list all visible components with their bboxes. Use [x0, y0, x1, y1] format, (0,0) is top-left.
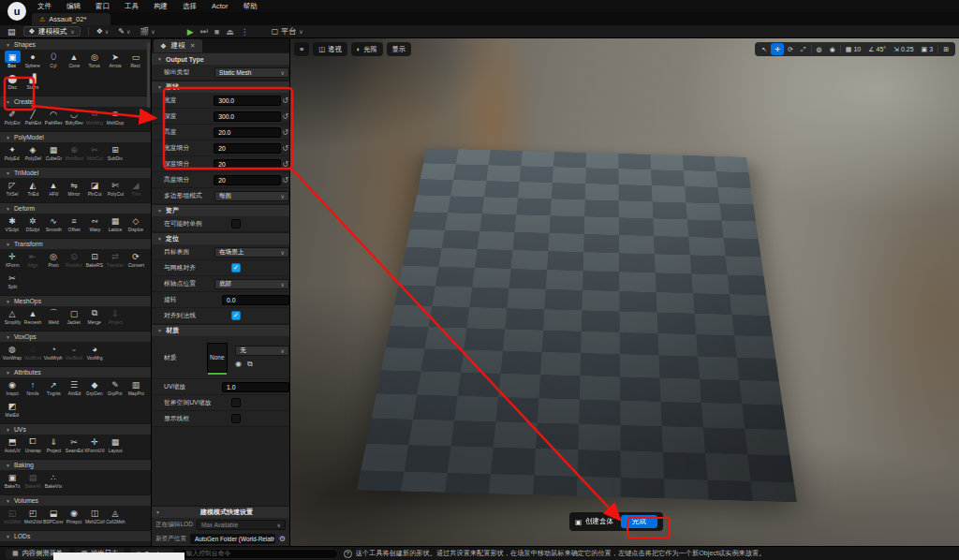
play-options-button[interactable]: ⋮	[241, 27, 249, 37]
palette-section-trimodel[interactable]: ▼TriModel	[0, 167, 151, 178]
reset-to-default-icon[interactable]: ↺	[281, 144, 289, 153]
tool-pivotact[interactable]: ⊙PivotAct	[64, 250, 84, 272]
tool-layout[interactable]: ▦Layout	[105, 435, 125, 457]
tool-trim[interactable]: ◢Trim	[125, 179, 146, 200]
tool-mshdup[interactable]: ⧈MshDup	[105, 108, 125, 129]
platform-dropdown[interactable]: ▢ 平台 ∨	[272, 26, 303, 37]
tool-merge[interactable]: ⧉Merge	[84, 307, 105, 329]
content-drawer-peek[interactable]	[53, 553, 184, 560]
tool-disc[interactable]: ⬤Disc	[2, 72, 22, 94]
palette-section-polymodel[interactable]: ▼PolyModel	[0, 131, 151, 142]
palette-section-transform[interactable]: ▼Transform	[0, 238, 151, 249]
tool-bakeall[interactable]: ▤BakeAll	[22, 471, 43, 493]
scale-snap[interactable]: ⇲0.25	[890, 43, 918, 55]
angle-snap[interactable]: ∠45°	[864, 43, 890, 55]
tool-convert[interactable]: ⟳Convert	[125, 250, 146, 272]
tool-voxmrg[interactable]: ◕VoxMrg	[84, 343, 105, 364]
tool-tngnts[interactable]: ↗Tngnts	[43, 378, 64, 400]
finish-button[interactable]: 完成	[621, 515, 657, 528]
move-tool[interactable]: ✛	[771, 43, 784, 55]
tool-jacket[interactable]: ▢Jacket	[64, 307, 84, 329]
tool-mirror[interactable]: ⇋Mirror	[64, 179, 84, 200]
value-field-高度细分[interactable]: 20	[214, 175, 281, 185]
tool-weld[interactable]: ⌒Weld	[43, 307, 64, 329]
tool-tried[interactable]: ◭TriEd	[22, 179, 43, 200]
tool-plncut[interactable]: ◪PlnCut	[84, 179, 105, 200]
tab-modeling[interactable]: ❖ 建模 ✕	[154, 39, 202, 52]
quad-view[interactable]: ⊞	[939, 43, 952, 55]
tool-project[interactable]: ⇓Project	[43, 435, 64, 457]
checkbox-世界空间UV缩放[interactable]	[231, 398, 241, 407]
tool-polydef[interactable]: ◈PolyDef	[22, 143, 43, 165]
palette-section-lods[interactable]: ▼LODs	[0, 530, 151, 541]
tool-cone[interactable]: ▲Cone	[64, 51, 84, 72]
tool-voxblnd[interactable]: ◌VoxBlnd	[22, 343, 43, 364]
tool-cyl[interactable]: ⬯Cyl	[43, 51, 64, 72]
reset-to-default-icon[interactable]: ↺	[281, 112, 289, 121]
reset-to-default-icon[interactable]: ↺	[281, 128, 289, 137]
value-field-UV缩放[interactable]: 1.0	[222, 382, 289, 392]
camera-speed[interactable]: ▣3	[918, 43, 937, 55]
tool-autouv[interactable]: ⬒AutoUV	[2, 435, 22, 457]
menu-item-构建[interactable]: 构建	[154, 2, 168, 11]
tool-pathrev[interactable]: ◠PathRev	[43, 108, 64, 129]
menu-item-选择[interactable]: 选择	[183, 2, 197, 11]
grid-snap[interactable]: ▦10	[842, 43, 864, 55]
tool-arrow[interactable]: ➤Arrow	[105, 51, 125, 72]
reset-to-default-icon[interactable]: ↺	[281, 176, 289, 184]
tool-dsclpt[interactable]: ✲DSclpt	[22, 214, 43, 236]
tool-voxbool[interactable]: ◒VoxBool	[64, 343, 84, 364]
tool-project[interactable]: ⇩Project	[105, 307, 125, 329]
show-flags-button[interactable]: 显示	[387, 42, 411, 56]
asset-location-dropdown[interactable]: AutoGen Folder (World-Relative∨	[190, 534, 275, 544]
palette-section-uvs[interactable]: ▼UVs	[0, 423, 151, 435]
menu-item-文件[interactable]: 文件	[37, 2, 52, 11]
tool-lattice[interactable]: ▦Lattice	[105, 214, 125, 236]
value-field-深度细分[interactable]: 20	[214, 159, 281, 169]
use-selected-icon[interactable]: ◉	[235, 360, 242, 369]
checkbox-与网格对齐[interactable]: ✓	[231, 263, 241, 273]
rotate-tool[interactable]: ⟳	[784, 43, 797, 55]
tool-vol2msh[interactable]: ◱Vol2Msh	[2, 507, 22, 528]
value-field-宽度细分[interactable]: 20	[214, 143, 281, 154]
tool-displce[interactable]: ◇Displce	[125, 214, 146, 236]
palette-section-meshops[interactable]: ▼MeshOps	[0, 295, 151, 306]
value-field-深度[interactable]: 300.0	[214, 111, 281, 122]
lit-mode-button[interactable]: ◐光照	[351, 42, 383, 56]
reset-to-default-icon[interactable]: ↺	[281, 160, 289, 169]
tool-polyext[interactable]: ✐PolyExt	[2, 108, 22, 129]
tool-xformuv[interactable]: ✛XFormUV	[84, 435, 105, 457]
tool-bakevtx[interactable]: ∴BakeVtx	[43, 471, 64, 493]
select-tool[interactable]: ↖	[758, 43, 771, 55]
tool-stairs[interactable]: ▟Stairs	[22, 72, 43, 94]
tool-grppnt[interactable]: ✎GrpPnt	[105, 378, 125, 400]
browse-icon[interactable]: ⧉	[247, 360, 253, 369]
tool-warp[interactable]: ∾Warp	[84, 214, 105, 236]
palette-section-shapes[interactable]: ▼Shapes	[0, 38, 151, 50]
menu-item-Actor[interactable]: Actor	[212, 2, 229, 10]
value-field-高度[interactable]: 20.0	[214, 127, 281, 138]
tool-xform[interactable]: ✛XForm	[2, 250, 22, 272]
cinematics-icon[interactable]: 🎬∨	[140, 27, 155, 36]
tool-split[interactable]: ✂Split	[2, 272, 22, 293]
gear-icon[interactable]: ⚙	[279, 535, 286, 543]
menu-item-窗口[interactable]: 窗口	[96, 2, 110, 11]
palette-section-volumes[interactable]: ▼Volumes	[0, 494, 151, 506]
material-dropdown[interactable]: 无∨	[235, 346, 289, 356]
surface-snap[interactable]: ◉	[826, 43, 839, 55]
tool-sphere[interactable]: ●Sphere	[22, 51, 43, 72]
palette-section-deform[interactable]: ▼Deform	[0, 202, 151, 214]
level-tab[interactable]: ⚠ Assault_02*	[32, 13, 111, 25]
editor-mode-dropdown[interactable]: ❖ 建模模式 ∨	[23, 26, 81, 37]
close-icon[interactable]: ✕	[190, 42, 196, 50]
scale-tool[interactable]: ⤢	[797, 43, 810, 55]
add-actor-icon[interactable]: ❖∨	[96, 27, 110, 36]
viewport-options-button[interactable]: ≡	[294, 42, 309, 56]
checkbox-在可能时单例[interactable]	[231, 219, 241, 228]
tool-rect[interactable]: ▭Rect	[125, 51, 146, 72]
palette-section-create[interactable]: ▼Create	[0, 96, 151, 107]
tool-msh2coll[interactable]: ◫Msh2Coll	[84, 507, 105, 528]
console-input[interactable]: 输入控制台命令	[179, 549, 338, 559]
tool-mshcut[interactable]: ✂MshCut	[84, 143, 105, 165]
tool-grpgen[interactable]: ◆GrpGen	[84, 378, 105, 400]
